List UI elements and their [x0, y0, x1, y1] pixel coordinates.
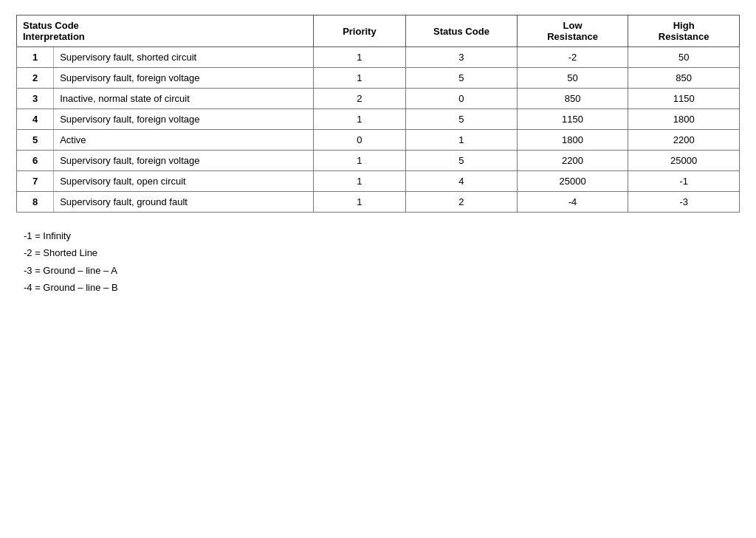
row-priority: 1 [313, 109, 406, 130]
row-status-code: 0 [406, 89, 518, 109]
row-status-code: 3 [406, 47, 518, 68]
footnote-item: -1 = Infinity [24, 227, 740, 244]
row-number: 8 [17, 192, 54, 213]
header-low-resistance: Low Resistance [517, 15, 628, 47]
row-high-resistance: -3 [628, 192, 740, 213]
row-low-resistance: 25000 [517, 171, 628, 192]
row-number: 1 [17, 47, 54, 68]
row-status-code: 1 [406, 130, 518, 151]
row-high-resistance: -1 [628, 171, 740, 192]
footnote-item: -4 = Ground – line – B [24, 279, 740, 296]
row-number: 6 [17, 151, 54, 171]
status-code-table: Status Code Interpretation Priority Stat… [16, 15, 740, 213]
table-container: Status Code Interpretation Priority Stat… [16, 15, 740, 297]
row-priority: 2 [313, 89, 406, 109]
row-description: Supervisory fault, open circuit [54, 171, 313, 192]
row-high-resistance: 1150 [628, 89, 740, 109]
footnote-item: -2 = Shorted Line [24, 244, 740, 261]
row-description: Supervisory fault, foreign voltage [54, 68, 313, 89]
footnote-item: -3 = Ground – line – A [24, 262, 740, 279]
table-row: 2Supervisory fault, foreign voltage15508… [17, 68, 740, 89]
row-description: Supervisory fault, ground fault [54, 192, 313, 213]
row-number: 4 [17, 109, 54, 130]
table-row: 8Supervisory fault, ground fault12-4-3 [17, 192, 740, 213]
footnotes-section: -1 = Infinity-2 = Shorted Line-3 = Groun… [16, 227, 740, 297]
row-description: Active [54, 130, 313, 151]
row-priority: 0 [313, 130, 406, 151]
row-number: 7 [17, 171, 54, 192]
row-description: Supervisory fault, foreign voltage [54, 151, 313, 171]
row-status-code: 4 [406, 171, 518, 192]
table-row: 7Supervisory fault, open circuit1425000-… [17, 171, 740, 192]
table-row: 3Inactive, normal state of circuit208501… [17, 89, 740, 109]
row-number: 3 [17, 89, 54, 109]
row-priority: 1 [313, 171, 406, 192]
row-description: Inactive, normal state of circuit [54, 89, 313, 109]
table-row: 4Supervisory fault, foreign voltage15115… [17, 109, 740, 130]
row-priority: 1 [313, 68, 406, 89]
row-high-resistance: 25000 [628, 151, 740, 171]
row-status-code: 2 [406, 192, 518, 213]
row-low-resistance: 1150 [517, 109, 628, 130]
row-number: 2 [17, 68, 54, 89]
row-high-resistance: 2200 [628, 130, 740, 151]
row-description: Supervisory fault, foreign voltage [54, 109, 313, 130]
row-low-resistance: -2 [517, 47, 628, 68]
header-priority: Priority [313, 15, 406, 47]
row-high-resistance: 850 [628, 68, 740, 89]
header-high-resistance: High Resistance [628, 15, 740, 47]
header-interpretation: Status Code Interpretation [17, 15, 314, 47]
header-status-code: Status Code [406, 15, 518, 47]
table-row: 1Supervisory fault, shorted circuit13-25… [17, 47, 740, 68]
row-priority: 1 [313, 151, 406, 171]
row-status-code: 5 [406, 151, 518, 171]
row-low-resistance: 850 [517, 89, 628, 109]
table-row: 5Active0118002200 [17, 130, 740, 151]
row-low-resistance: 50 [517, 68, 628, 89]
row-status-code: 5 [406, 68, 518, 89]
row-priority: 1 [313, 47, 406, 68]
row-description: Supervisory fault, shorted circuit [54, 47, 313, 68]
row-status-code: 5 [406, 109, 518, 130]
row-low-resistance: 2200 [517, 151, 628, 171]
row-number: 5 [17, 130, 54, 151]
row-high-resistance: 1800 [628, 109, 740, 130]
row-high-resistance: 50 [628, 47, 740, 68]
row-low-resistance: 1800 [517, 130, 628, 151]
table-row: 6Supervisory fault, foreign voltage15220… [17, 151, 740, 171]
row-priority: 1 [313, 192, 406, 213]
row-low-resistance: -4 [517, 192, 628, 213]
